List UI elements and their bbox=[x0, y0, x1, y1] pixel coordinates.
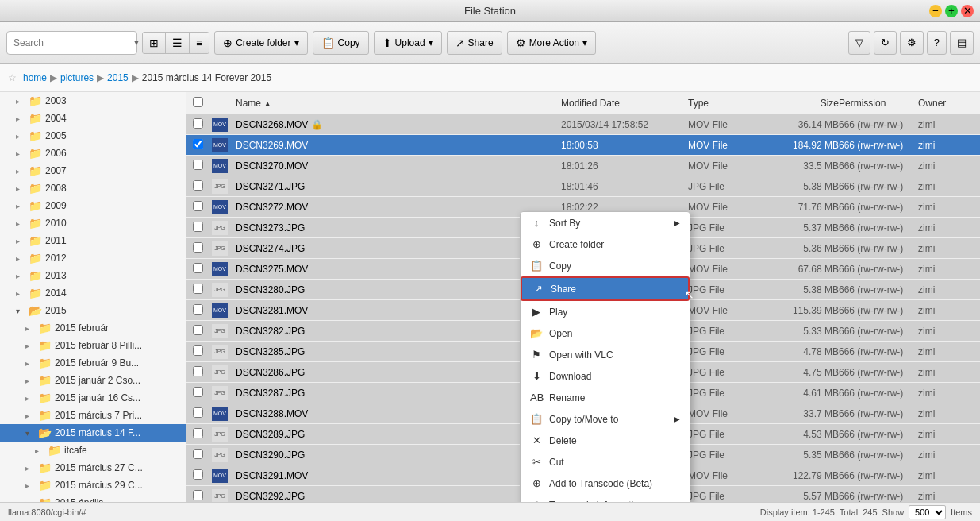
row-checkbox[interactable] bbox=[193, 449, 203, 459]
close-button[interactable]: ✕ bbox=[961, 5, 974, 17]
sidebar-item[interactable]: ▸📁2015 április bbox=[0, 494, 186, 502]
file-name: DSCN3274.JPG bbox=[236, 243, 561, 254]
search-dropdown-icon[interactable]: ▼ bbox=[133, 38, 140, 47]
header-modified-col[interactable]: Modified Date bbox=[561, 98, 688, 109]
sidebar-item[interactable]: ▾📂2015 március 14 F... bbox=[0, 424, 186, 442]
context-menu-item-delete[interactable]: ✕Delete bbox=[521, 430, 690, 451]
row-checkbox[interactable] bbox=[193, 345, 203, 356]
sidebar-item[interactable]: ▸📁2015 február 8 Pilli... bbox=[0, 337, 186, 354]
copy-button[interactable]: 📋 Copy bbox=[313, 31, 369, 55]
context-menu-item-cut[interactable]: ✂Cut bbox=[521, 451, 690, 473]
sidebar-item[interactable]: ▸📁2015 január 2 Cso... bbox=[0, 372, 186, 389]
sidebar-item[interactable]: ▸📁2006 bbox=[0, 145, 186, 162]
sidebar-item[interactable]: ▸📁2012 bbox=[0, 249, 186, 267]
sidebar-item[interactable]: ▸📁2005 bbox=[0, 127, 186, 145]
row-checkbox[interactable] bbox=[193, 304, 203, 315]
sidebar-item[interactable]: ▸📁2004 bbox=[0, 110, 186, 127]
breadcrumb-home[interactable]: home bbox=[23, 72, 47, 83]
header-perm-col[interactable]: Permission bbox=[839, 98, 918, 109]
row-checkbox[interactable] bbox=[193, 139, 203, 149]
thumb-img: JPG bbox=[212, 283, 228, 297]
ctx-transcode-info-icon: ⊕ bbox=[530, 499, 543, 502]
context-menu-item-copy[interactable]: 📋Copy bbox=[521, 255, 690, 276]
filter-button[interactable]: ▽ bbox=[848, 31, 870, 55]
list-view-button[interactable]: ☰ bbox=[166, 33, 190, 53]
row-checkbox[interactable] bbox=[193, 284, 203, 294]
minimize-button[interactable]: − bbox=[929, 5, 942, 17]
show-count-select[interactable]: 500 100 250 bbox=[909, 505, 946, 519]
row-checkbox[interactable] bbox=[193, 407, 203, 418]
table-row[interactable]: MOV DSCN3270.MOV 18:01:26 MOV File 33.5 … bbox=[186, 156, 980, 176]
breadcrumb-pictures[interactable]: pictures bbox=[60, 72, 94, 83]
create-folder-button[interactable]: ⊕ Create folder ▾ bbox=[214, 31, 307, 55]
context-menu-item-sort[interactable]: ↕Sort By▶ bbox=[521, 212, 690, 233]
row-checkbox[interactable] bbox=[193, 428, 203, 438]
row-checkbox[interactable] bbox=[193, 180, 203, 191]
sidebar-item[interactable]: ▸📁2013 bbox=[0, 267, 186, 284]
context-menu-item-create-folder[interactable]: ⊕Create folder bbox=[521, 233, 690, 255]
table-row[interactable]: MOV DSCN3269.MOV 18:00:58 MOV File 184.9… bbox=[186, 135, 980, 156]
row-checkbox[interactable] bbox=[193, 160, 203, 170]
file-thumbnail: MOV bbox=[212, 407, 236, 421]
settings-button[interactable]: ⚙ bbox=[900, 31, 924, 55]
row-checkbox[interactable] bbox=[193, 263, 203, 273]
select-all-checkbox[interactable] bbox=[193, 97, 203, 107]
breadcrumb-year[interactable]: 2015 bbox=[107, 72, 129, 83]
help-button[interactable]: ? bbox=[927, 31, 947, 55]
row-checkbox[interactable] bbox=[193, 366, 203, 376]
sidebar-item[interactable]: ▸📁2015 február 9 Bu... bbox=[0, 354, 186, 372]
context-menu-item-rename[interactable]: ABRename bbox=[521, 387, 690, 408]
expand-arrow-icon: ▸ bbox=[16, 289, 25, 298]
bookmark-icon[interactable]: ☆ bbox=[8, 72, 17, 83]
refresh-button[interactable]: ↻ bbox=[874, 31, 897, 55]
sidebar-item[interactable]: ▸📁2014 bbox=[0, 284, 186, 302]
search-input[interactable] bbox=[13, 37, 133, 48]
sidebar-item[interactable]: ▸📁2003 bbox=[0, 92, 186, 110]
detail-view-button[interactable]: ≡ bbox=[190, 33, 209, 53]
sidebar-item[interactable]: ▸📁2015 március 7 Pri... bbox=[0, 407, 186, 424]
context-menu-item-share[interactable]: ↗Share↖ bbox=[521, 276, 690, 301]
row-checkbox[interactable] bbox=[193, 222, 203, 232]
header-size-col[interactable]: Size bbox=[767, 98, 839, 109]
row-checkbox[interactable] bbox=[193, 325, 203, 335]
row-checkbox[interactable] bbox=[193, 118, 203, 129]
row-checkbox[interactable] bbox=[193, 490, 203, 500]
share-button[interactable]: ↗ Share bbox=[447, 31, 502, 55]
sidebar-item[interactable]: ▸📁2015 március 27 C... bbox=[0, 459, 186, 477]
toggle-panel-button[interactable]: ▤ bbox=[950, 31, 974, 55]
sidebar-item[interactable]: ▾📂2015 bbox=[0, 302, 186, 319]
sidebar-scroll[interactable]: ▸📁2003▸📁2004▸📁2005▸📁2006▸📁2007▸📁2008▸📁20… bbox=[0, 92, 186, 502]
sidebar-item[interactable]: ▸📁2008 bbox=[0, 179, 186, 197]
header-owner-col[interactable]: Owner bbox=[918, 98, 974, 109]
context-menu-item-play[interactable]: ▶Play bbox=[521, 301, 690, 322]
context-menu-item-download[interactable]: ⬇Download bbox=[521, 365, 690, 387]
table-row[interactable]: JPG DSCN3271.JPG 18:01:46 JPG File 5.38 … bbox=[186, 176, 980, 197]
context-menu-item-open-vlc[interactable]: ⚑Open with VLC bbox=[521, 344, 690, 365]
context-menu-item-transcode[interactable]: ⊕Add to Transcode (Beta) bbox=[521, 473, 690, 494]
sidebar-item[interactable]: ▸📁2010 bbox=[0, 214, 186, 232]
context-menu-item-copy-move[interactable]: 📋Copy to/Move to▶ bbox=[521, 408, 690, 430]
sidebar-item[interactable]: ▸📁itcafe bbox=[0, 442, 186, 459]
grid-view-button[interactable]: ⊞ bbox=[143, 33, 166, 53]
context-menu-item-transcode-info[interactable]: ⊕Transcode Information bbox=[521, 494, 690, 502]
row-checkbox[interactable] bbox=[193, 387, 203, 397]
row-checkbox[interactable] bbox=[193, 242, 203, 253]
header-type-col[interactable]: Type bbox=[688, 98, 767, 109]
maximize-button[interactable]: + bbox=[945, 5, 958, 17]
sidebar-item[interactable]: ▸📁2009 bbox=[0, 197, 186, 214]
sidebar-item[interactable]: ▸📁2015 január 16 Cs... bbox=[0, 389, 186, 407]
context-menu-item-open[interactable]: 📂Open bbox=[521, 322, 690, 344]
file-owner: zimi bbox=[918, 470, 974, 481]
header-name-col[interactable]: Name ▲ bbox=[236, 98, 561, 109]
row-checkbox[interactable] bbox=[193, 201, 203, 211]
row-checkbox[interactable] bbox=[193, 469, 203, 480]
sidebar-item[interactable]: ▸📁2015 február bbox=[0, 319, 186, 337]
file-type: JPG File bbox=[688, 429, 767, 440]
upload-button[interactable]: ⬆ Upload ▾ bbox=[374, 31, 442, 55]
more-action-button[interactable]: ⚙ More Action ▾ bbox=[507, 31, 596, 55]
table-row[interactable]: MOV DSCN3268.MOV 🔒 2015/03/14 17:58:52 M… bbox=[186, 114, 980, 135]
sidebar-item[interactable]: ▸📁2015 március 29 C... bbox=[0, 477, 186, 494]
sidebar-item[interactable]: ▸📁2011 bbox=[0, 232, 186, 249]
search-box[interactable]: ▼ bbox=[6, 31, 137, 55]
sidebar-item[interactable]: ▸📁2007 bbox=[0, 162, 186, 179]
